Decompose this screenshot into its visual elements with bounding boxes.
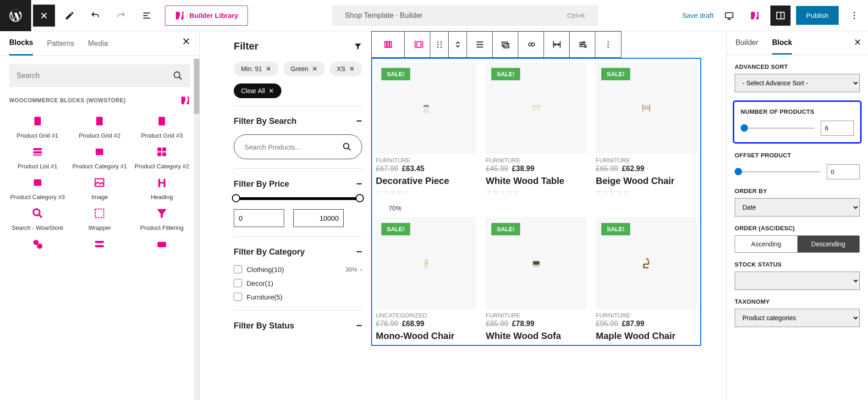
- tab-builder[interactable]: Builder: [736, 39, 758, 55]
- filter-chip-color[interactable]: Green✕: [283, 61, 325, 76]
- stock-status-select[interactable]: [735, 272, 860, 290]
- block-product-grid-1[interactable]: Product Grid #1: [9, 115, 66, 140]
- svg-rect-9: [33, 148, 42, 150]
- block-extra-2[interactable]: [71, 238, 128, 250]
- taxonomy-select[interactable]: Product categories: [735, 309, 860, 327]
- order-asc-button[interactable]: Ascending: [735, 236, 797, 252]
- category-item-clothing[interactable]: Clothing(10)30% ›: [234, 265, 362, 273]
- publish-button[interactable]: Publish: [796, 6, 839, 25]
- order-desc-button[interactable]: Descending: [797, 236, 860, 252]
- block-search-wowstore[interactable]: Search - WowStore: [9, 207, 66, 232]
- settings-panel-toggle[interactable]: [770, 6, 791, 26]
- product-search[interactable]: [234, 134, 362, 159]
- document-overview-button[interactable]: [136, 5, 158, 27]
- tool-columns-icon[interactable]: [372, 32, 405, 57]
- close-icon[interactable]: ✕: [349, 65, 355, 72]
- minus-icon[interactable]: −: [356, 320, 362, 332]
- tool-width-icon[interactable]: [544, 32, 570, 57]
- svg-rect-17: [34, 179, 41, 186]
- wowstore-logo-icon: [180, 95, 190, 106]
- sale-badge: SALE!: [601, 223, 630, 235]
- tab-media[interactable]: Media: [88, 39, 108, 55]
- minus-icon[interactable]: −: [356, 115, 362, 127]
- preview-button[interactable]: [719, 6, 739, 26]
- builder-library-button[interactable]: Builder Library: [165, 6, 248, 26]
- undo-button[interactable]: [84, 5, 106, 27]
- block-image[interactable]: Image: [71, 176, 128, 201]
- tool-justify-icon[interactable]: [467, 32, 493, 57]
- category-item-decor[interactable]: Decor(1): [234, 279, 362, 287]
- block-product-list-1[interactable]: Product List #1: [9, 145, 66, 171]
- num-products-slider[interactable]: [741, 128, 814, 129]
- svg-rect-29: [390, 42, 391, 48]
- redo-button[interactable]: [110, 5, 132, 27]
- block-product-filtering[interactable]: Product Filtering: [133, 207, 190, 232]
- order-by-label: ORDER BY: [735, 188, 860, 194]
- svg-rect-20: [95, 209, 104, 217]
- filter-chip-min[interactable]: Min: 91✕: [234, 61, 279, 76]
- close-icon[interactable]: ✕: [312, 65, 318, 72]
- tab-patterns[interactable]: Patterns: [47, 39, 74, 55]
- svg-rect-57: [643, 105, 643, 112]
- block-product-grid-2[interactable]: Product Grid #2: [71, 115, 128, 140]
- tool-drag-icon[interactable]: [430, 32, 449, 57]
- product-card[interactable]: SALE! UNCATEGORIZED £76.99£68.99 Mono-Wo…: [376, 217, 477, 341]
- block-heading[interactable]: HHeading: [133, 176, 190, 201]
- price-max-input[interactable]: [293, 209, 344, 227]
- tab-blocks[interactable]: Blocks: [9, 39, 33, 56]
- edit-icon[interactable]: [59, 5, 81, 27]
- product-grid[interactable]: SALE! FURNITURE £67.99£63.45 Decorative …: [371, 58, 701, 346]
- block-wrapper[interactable]: Wrapper: [71, 207, 128, 232]
- save-draft-link[interactable]: Save draft: [682, 11, 713, 19]
- block-product-grid-3[interactable]: Product Grid #3: [133, 115, 190, 140]
- product-card[interactable]: SALE! FURNITURE £65.99£62.99 Beige Wood …: [596, 62, 697, 196]
- clear-all-button[interactable]: Clear All✕: [234, 83, 281, 98]
- close-icon[interactable]: ✕: [854, 37, 862, 48]
- inserter-tabs: Blocks Patterns Media ✕: [0, 31, 199, 56]
- category-item-furniture[interactable]: Furniture(5): [234, 293, 362, 301]
- block-extra-3[interactable]: [133, 238, 190, 250]
- product-card[interactable]: SALE! FURNITURE £85.99£78.99 White Wood …: [486, 217, 587, 341]
- scrollbar[interactable]: [194, 59, 199, 400]
- tool-settings-icon[interactable]: [570, 32, 595, 57]
- svg-point-34: [440, 41, 442, 43]
- wowstore-icon[interactable]: [745, 6, 765, 26]
- tab-block[interactable]: Block: [772, 39, 792, 55]
- num-products-input[interactable]: [821, 121, 854, 136]
- slider-handle-min[interactable]: [232, 194, 240, 202]
- tool-overlay-icon[interactable]: [493, 32, 518, 57]
- more-options-button[interactable]: [844, 6, 864, 26]
- wordpress-logo[interactable]: [0, 0, 31, 31]
- tool-infinity-icon[interactable]: [518, 32, 544, 57]
- stock-status-label: STOCK STATUS: [735, 261, 860, 268]
- close-inserter-button[interactable]: [33, 5, 55, 27]
- filter-chip-size[interactable]: XS✕: [330, 61, 362, 76]
- product-card[interactable]: SALE! FURNITURE £45.99£38.99 White Wood …: [486, 62, 587, 196]
- minus-icon[interactable]: −: [356, 178, 362, 190]
- product-card[interactable]: SALE! FURNITURE £67.99£63.45 Decorative …: [376, 62, 477, 196]
- page-title-bar[interactable]: Shop Template · Builder Ctrl+K: [332, 5, 598, 26]
- slider-handle-max[interactable]: [356, 194, 364, 202]
- block-search-input[interactable]: [16, 72, 173, 80]
- close-icon[interactable]: ✕: [266, 65, 271, 72]
- block-search[interactable]: [9, 64, 190, 87]
- product-search-input[interactable]: [244, 143, 342, 151]
- price-slider[interactable]: [234, 197, 362, 200]
- tool-move-icon[interactable]: [449, 32, 467, 57]
- svg-rect-30: [417, 42, 421, 48]
- minus-icon[interactable]: −: [356, 246, 362, 258]
- offset-slider[interactable]: [735, 171, 820, 172]
- tool-align-icon[interactable]: [405, 32, 430, 57]
- block-product-category-3[interactable]: Product Category #3: [9, 176, 66, 201]
- advanced-sort-select[interactable]: - Select Advance Sort -: [735, 74, 860, 92]
- block-extra-1[interactable]: [9, 238, 66, 250]
- tool-more-icon[interactable]: [595, 32, 621, 57]
- close-icon[interactable]: ✕: [182, 36, 190, 48]
- block-product-category-1[interactable]: Product Category #1: [71, 145, 128, 171]
- order-by-select[interactable]: Date: [735, 198, 860, 217]
- product-card[interactable]: SALE! FURNITURE £95.99£87.99 Maple Wood …: [596, 217, 697, 341]
- block-product-category-2[interactable]: Product Category #2: [133, 145, 190, 171]
- offset-input[interactable]: [827, 164, 860, 179]
- price-min-input[interactable]: [234, 209, 284, 227]
- block-category-title: WOOCOMMERCE BLOCKS (WOWSTORE): [0, 95, 199, 106]
